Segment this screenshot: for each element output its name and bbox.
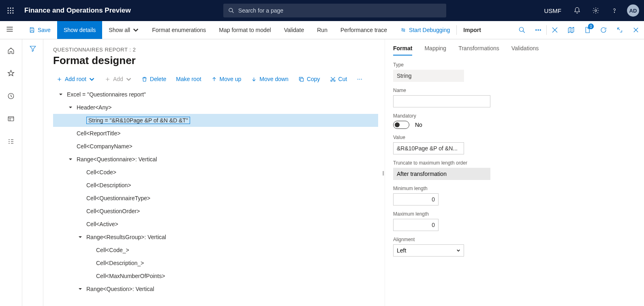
workspaces-icon[interactable] (3, 111, 19, 126)
svg-point-26 (359, 79, 360, 79)
align-label: Alignment (393, 237, 632, 242)
favorites-icon[interactable] (3, 66, 19, 81)
caret-icon[interactable] (68, 105, 73, 110)
svg-point-13 (402, 28, 403, 30)
tree-node-label: Cell<MaxNumberOfPoints> (96, 273, 165, 279)
caret-icon[interactable] (77, 286, 83, 292)
import-button[interactable]: Import (457, 21, 488, 39)
add-button[interactable]: Add (101, 74, 135, 84)
tree-node-label: Cell<QuestionOrder> (86, 208, 140, 214)
svg-point-2 (13, 8, 14, 9)
make-root-button[interactable]: Make root (173, 74, 204, 84)
tree-node[interactable]: Cell<ReportTitle> (53, 127, 378, 140)
tree-node[interactable]: Cell<QuestionnaireType> (53, 192, 378, 205)
tree-node-label: Cell<Code_> (96, 247, 129, 253)
more-commands-icon[interactable] (530, 21, 546, 39)
company-selector[interactable]: USMF (539, 7, 567, 14)
tree-node[interactable]: Cell<Description> (53, 179, 378, 192)
tree-node[interactable]: Cell<MaxNumberOfPoints> (53, 270, 378, 282)
align-select[interactable]: Left (393, 244, 464, 257)
show-all-button[interactable]: Show all (102, 21, 145, 39)
modules-icon[interactable] (3, 134, 19, 149)
performance-trace-button[interactable]: Performance trace (334, 21, 394, 39)
mandatory-value: No (415, 122, 422, 128)
validate-button[interactable]: Validate (278, 21, 311, 39)
refresh-icon[interactable] (595, 21, 612, 39)
recent-icon[interactable] (3, 89, 19, 103)
add-root-button[interactable]: Add root (53, 74, 98, 84)
move-up-button[interactable]: Move up (208, 74, 245, 84)
search-input[interactable] (238, 7, 441, 14)
start-debugging-button[interactable]: Start Debugging (394, 21, 456, 39)
map-format-button[interactable]: Map format to model (212, 21, 277, 39)
tab-validations[interactable]: Validations (511, 45, 539, 56)
tree-node[interactable]: Cell<Code> (53, 166, 378, 179)
tree-node[interactable]: Cell<Active> (53, 218, 378, 231)
app-launcher-icon[interactable] (0, 7, 21, 14)
attachments-icon[interactable]: 0 (579, 21, 595, 39)
delete-button[interactable]: Delete (138, 74, 169, 84)
home-icon[interactable] (3, 43, 19, 58)
tree-node[interactable]: Cell<Code_> (53, 244, 378, 257)
cut-button[interactable]: Cut (327, 74, 351, 84)
user-avatar[interactable]: AD (627, 4, 639, 17)
move-down-button[interactable]: Move down (248, 74, 292, 84)
maxlen-input[interactable] (393, 219, 439, 231)
tree-node-label: Range<Question>: Vertical (86, 286, 154, 292)
tab-mapping[interactable]: Mapping (424, 45, 446, 56)
caret-icon (77, 208, 83, 214)
svg-point-1 (10, 8, 11, 9)
notifications-icon[interactable] (569, 0, 586, 21)
type-value: String (393, 70, 464, 82)
map-icon[interactable] (563, 21, 579, 39)
tree-node[interactable]: Range<Questionnaire>: Vertical (53, 153, 378, 166)
truncate-select[interactable]: After transformation (393, 168, 490, 180)
close-icon[interactable] (628, 21, 644, 39)
caret-icon[interactable] (77, 234, 83, 240)
name-input[interactable] (393, 95, 490, 107)
format-tree[interactable]: Excel = "Questionnaires report"Header<An… (53, 88, 378, 295)
caret-icon[interactable] (58, 92, 64, 97)
more-tools-icon[interactable] (353, 75, 366, 84)
tree-node[interactable]: Excel = "Questionnaires report" (53, 88, 378, 101)
show-details-button[interactable]: Show details (57, 21, 102, 39)
tree-node-label: Cell<CompanyName> (77, 143, 133, 150)
settings-icon[interactable] (587, 0, 604, 21)
minlen-input[interactable] (393, 193, 439, 205)
tree-node[interactable]: Range<Question>: Vertical (53, 282, 378, 295)
caret-icon (77, 182, 83, 188)
help-icon[interactable] (606, 0, 623, 21)
tab-format[interactable]: Format (393, 45, 412, 56)
svg-point-6 (8, 13, 9, 14)
hamburger-icon[interactable] (6, 25, 14, 35)
svg-point-7 (10, 13, 11, 14)
tree-node[interactable]: String = "&R&10Page &P of &N &D &T" (53, 114, 378, 127)
caret-icon[interactable] (68, 156, 73, 162)
global-search[interactable] (223, 4, 446, 17)
caret-icon (87, 247, 93, 253)
mandatory-toggle[interactable] (393, 121, 409, 129)
run-button[interactable]: Run (310, 21, 334, 39)
options-icon[interactable] (547, 21, 563, 39)
mandatory-label: Mandatory (393, 113, 632, 119)
svg-point-19 (540, 30, 541, 30)
tree-node[interactable]: Range<ResultsGroup>: Vertical (53, 231, 378, 244)
save-button[interactable]: Save (22, 21, 57, 39)
copy-button[interactable]: Copy (295, 74, 323, 84)
tab-transformations[interactable]: Transformations (458, 45, 499, 56)
tree-node[interactable]: Cell<CompanyName> (53, 140, 378, 153)
format-enumerations-button[interactable]: Format enumerations (145, 21, 212, 39)
tree-node[interactable]: Cell<Description_> (53, 257, 378, 270)
value-input[interactable] (393, 142, 464, 154)
search-command-icon[interactable] (514, 21, 530, 39)
svg-point-14 (404, 30, 405, 32)
svg-rect-21 (8, 117, 14, 121)
caret-icon (77, 221, 83, 227)
app-title: Finance and Operations Preview (21, 6, 131, 15)
popout-icon[interactable] (612, 21, 628, 39)
caret-icon (87, 273, 93, 279)
tree-node[interactable]: Cell<QuestionOrder> (53, 205, 378, 218)
svg-line-16 (523, 31, 525, 33)
filter-icon[interactable] (29, 45, 36, 306)
tree-node[interactable]: Header<Any> (53, 101, 378, 114)
